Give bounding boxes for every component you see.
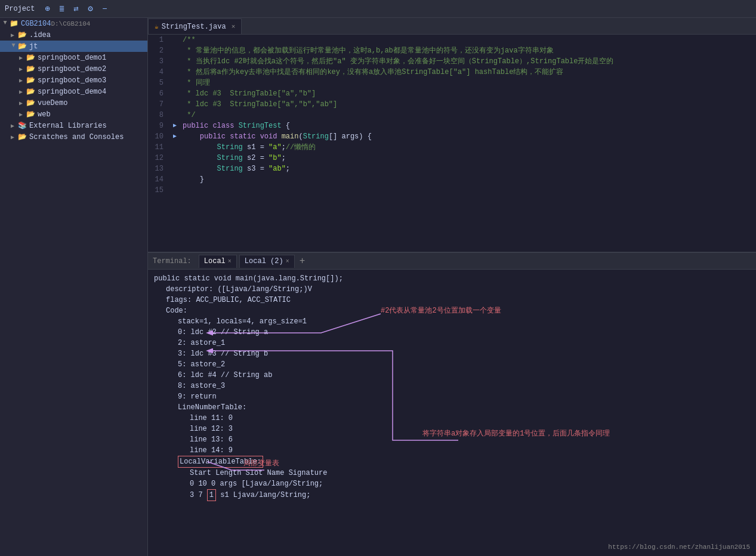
terminal-content[interactable]: public static void main(java.lang.String…	[148, 270, 756, 556]
code-editor[interactable]: 1 /** 2 * 常量池中的信息，都会被加载到运行时常量池中，这时a,b,ab…	[148, 35, 756, 252]
chevron-icon: ▶	[19, 100, 25, 107]
annotation-3: 局部变量表	[243, 458, 279, 469]
sidebar-item-jt[interactable]: ▶ 📂 jt	[0, 41, 147, 52]
line-num-2: 2	[148, 45, 169, 56]
line-content-2: * 常量池中的信息，都会被加载到运行时常量池中，这时a,b,ab都是常量池中的符…	[180, 45, 756, 56]
folder-icon: 📂	[18, 42, 27, 51]
code-line-12: 12 String s2 = "b";	[148, 153, 756, 163]
line-content-8: */	[180, 110, 756, 121]
code-line-15: 15	[148, 185, 756, 196]
terminal-line-12: 9: return	[154, 391, 750, 402]
chevron-icon: ▶	[19, 88, 25, 95]
local-tab-label: Local	[204, 257, 226, 265]
code-line-6: 6 * ldc #3 StringTable["a","b"]	[148, 88, 756, 99]
code-line-8: 8 */	[148, 110, 756, 121]
sidebar-label-web: web	[38, 110, 51, 119]
terminal-line-9: 5: astore_2	[154, 359, 750, 370]
line-num-4: 4	[148, 67, 169, 78]
line-content-10: public static void main(String[] args) {	[180, 131, 756, 142]
sidebar-item-springboot4[interactable]: ▶ 📂 springboot_demo4	[0, 86, 147, 97]
folder-icon: 📂	[26, 76, 35, 85]
terminal-add-button[interactable]: +	[300, 256, 306, 267]
terminal-line-19: Start Length Slot Name Signature	[154, 468, 750, 478]
tab-close-button[interactable]: ×	[232, 23, 236, 30]
sidebar-label-idea: .idea	[29, 31, 51, 39]
sync-icon[interactable]: ⇄	[70, 4, 81, 14]
sidebar-label-springboot4: springboot_demo4	[38, 88, 106, 96]
line-num-11: 11	[148, 142, 169, 153]
chevron-icon: ▶	[11, 32, 17, 39]
terminal-line-11: 8: astore_3	[154, 381, 750, 391]
line-num-9: 9	[148, 121, 169, 131]
tab-bar: ☕ StringTest.java ×	[148, 18, 756, 35]
add-icon[interactable]: ⊕	[42, 4, 53, 14]
terminal-line-14: line 11: 0	[154, 413, 750, 424]
line-num-3: 3	[148, 56, 169, 67]
chevron-icon: ▶	[11, 134, 17, 141]
list-icon[interactable]: ≣	[56, 4, 67, 14]
annotation-1: #2代表从常量池2号位置加载一个变量	[381, 305, 501, 316]
code-line-13: 13 String s3 = "ab";	[148, 163, 756, 174]
chevron-icon: ▶	[2, 21, 9, 27]
sidebar-label-vuedemo: vueDemo	[38, 99, 67, 107]
terminal-tab-local[interactable]: Local ×	[199, 255, 237, 268]
sidebar-label-springboot1: springboot_demo1	[38, 54, 106, 62]
sidebar-item-springboot2[interactable]: ▶ 📂 springboot_demo2	[0, 63, 147, 75]
terminal-tab-local2[interactable]: Local (2) ×	[239, 255, 295, 268]
chevron-icon: ▶	[11, 122, 17, 129]
local2-tab-close[interactable]: ×	[286, 258, 289, 265]
line-content-7: * ldc #3 StringTable["a","b","ab"]	[180, 99, 756, 110]
line-num-6: 6	[148, 88, 169, 99]
gutter-9: ▶	[169, 121, 180, 131]
terminal-line-17: line 14: 9	[154, 445, 750, 456]
editor-area: ☕ StringTest.java × 1 /** 2 * 常量池中的信息，都会…	[148, 18, 756, 556]
project-label[interactable]: Project	[5, 5, 35, 13]
terminal-line-21: 3 7 1 s1 Ljava/lang/String;	[154, 489, 750, 501]
line-content-13: String s3 = "ab";	[180, 163, 756, 174]
code-line-4: 4 * 然后将a作为key去串池中找是否有相同的key，没有将a放入串池Stri…	[148, 67, 756, 78]
sidebar-item-scratches[interactable]: ▶ 📂 Scratches and Consoles	[0, 131, 147, 143]
sidebar-item-external[interactable]: ▶ 📚 External Libraries	[0, 120, 147, 131]
code-line-9: 9 ▶ public class StringTest {	[148, 121, 756, 131]
terminal-area: Terminal: Local × Local (2) × + public s…	[148, 252, 756, 556]
terminal-line-3: flags: ACC_PUBLIC, ACC_STATIC	[154, 295, 750, 305]
sidebar-item-idea[interactable]: ▶ 📂 .idea	[0, 29, 147, 41]
line-num-12: 12	[148, 153, 169, 163]
sidebar-item-springboot1[interactable]: ▶ 📂 springboot_demo1	[0, 52, 147, 63]
sidebar-item-vuedemo[interactable]: ▶ 📂 vueDemo	[0, 97, 147, 109]
terminal-line-10: 6: ldc #4 // String ab	[154, 370, 750, 381]
code-line-3: 3 * 当执行ldc #2时就会找a这个符号，然后把"a" 变为字符串对象，会准…	[148, 56, 756, 67]
annotation-2: 将字符串a对象存入局部变量的1号位置，后面几条指令同理	[422, 428, 610, 439]
line-num-8: 8	[148, 110, 169, 121]
folder-icon: 📂	[26, 98, 35, 107]
main-area: ▶ 📁 CGB2104 D:\CGB2104 ▶ 📂 .idea ▶ 📂 jt …	[0, 18, 756, 556]
sidebar-path: D:\CGB2104	[51, 20, 90, 27]
settings-icon[interactable]: ⚙	[85, 4, 95, 14]
code-line-11: 11 String s1 = "a";//懒惰的	[148, 142, 756, 153]
sidebar-item-web[interactable]: ▶ 📂 web	[0, 109, 147, 120]
line-num-15: 15	[148, 185, 169, 196]
terminal-line-5: stack=1, locals=4, args_size=1	[154, 316, 750, 327]
line-content-4: * 然后将a作为key去串池中找是否有相同的key，没有将a放入串池String…	[180, 67, 756, 78]
sidebar-label-jt: jt	[29, 42, 38, 51]
folder-icon: 📂	[26, 53, 35, 62]
sidebar-label-springboot2: springboot_demo2	[38, 65, 106, 73]
line-num-10: 10	[148, 131, 169, 142]
code-line-5: 5 * 同理	[148, 78, 756, 88]
sidebar-item-springboot3[interactable]: ▶ 📂 springboot_demo3	[0, 75, 147, 86]
terminal-line-2: descriptor: ([Ljava/lang/String;)V	[154, 284, 750, 295]
editor-tab-stringtest[interactable]: ☕ StringTest.java ×	[148, 18, 242, 34]
chevron-icon: ▶	[19, 54, 25, 61]
gutter-10: ▶	[169, 131, 180, 142]
sidebar-item-cgb2104[interactable]: ▶ 📁 CGB2104 D:\CGB2104	[0, 18, 147, 29]
code-line-7: 7 * ldc #3 StringTable["a","b","ab"]	[148, 99, 756, 110]
minimize-icon[interactable]: −	[99, 4, 110, 14]
sidebar: ▶ 📁 CGB2104 D:\CGB2104 ▶ 📂 .idea ▶ 📂 jt …	[0, 18, 148, 556]
toolbar: Project ⊕ ≣ ⇄ ⚙ −	[0, 0, 756, 18]
line-num-13: 13	[148, 163, 169, 174]
terminal-line-6: 0: ldc #2 // String a	[154, 327, 750, 338]
java-file-icon: ☕	[155, 23, 159, 30]
terminal-line-8: 3: ldc #3 // String b	[154, 348, 750, 359]
local-tab-close[interactable]: ×	[228, 258, 232, 265]
toolbar-icons: ⊕ ≣ ⇄ ⚙ −	[42, 4, 110, 14]
